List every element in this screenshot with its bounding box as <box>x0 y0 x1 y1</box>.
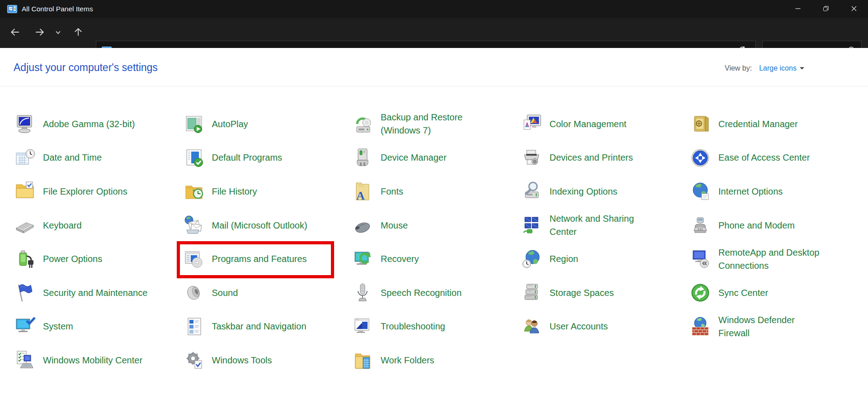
item-label: Keyboard <box>43 219 82 232</box>
control-panel-item[interactable]: Keyboard <box>14 209 183 243</box>
control-panel-item[interactable]: System <box>14 310 183 344</box>
control-panel-item[interactable]: Troubleshooting <box>352 310 521 344</box>
control-panel-item[interactable]: Date and Time <box>14 141 183 175</box>
credential-manager-icon <box>689 113 711 135</box>
back-button[interactable] <box>6 18 24 48</box>
sync-center-icon <box>689 282 711 304</box>
taskbar-navigation-icon <box>183 316 205 338</box>
control-panel-item[interactable]: Work Folders <box>352 343 521 377</box>
control-panel-item[interactable]: Credential Manager <box>689 107 859 141</box>
title-bar: All Control Panel Items <box>0 0 868 18</box>
troubleshooting-icon <box>352 316 373 338</box>
restore-button[interactable] <box>812 0 840 18</box>
mail-icon <box>183 214 205 236</box>
control-panel-item[interactable]: Sync Center <box>689 276 859 310</box>
caret-down-icon[interactable] <box>800 67 804 70</box>
item-label: File History <box>212 185 257 198</box>
item-label: Windows Mobility Center <box>43 354 142 367</box>
item-label: AutoPlay <box>212 118 248 131</box>
control-panel-item[interactable]: Color Management <box>521 107 690 141</box>
programs-features-icon <box>183 248 205 270</box>
control-panel-item[interactable]: Device Manager <box>352 141 521 175</box>
control-panel-item[interactable]: Storage Spaces <box>521 276 690 310</box>
control-panel-item[interactable]: File Explorer Options <box>14 175 183 209</box>
restore-down-icon <box>823 5 829 13</box>
item-label: Recovery <box>381 253 419 266</box>
item-label: File Explorer Options <box>43 185 127 198</box>
content-area: Adjust your computer's settings View by:… <box>0 48 868 405</box>
item-label: Fonts <box>381 185 403 198</box>
control-panel-item[interactable]: Adobe Gamma (32-bit) <box>14 107 183 141</box>
control-panel-item[interactable]: Taskbar and Navigation <box>183 310 352 344</box>
control-panel-item[interactable]: Ease of Access Center <box>689 141 859 175</box>
control-panel-item[interactable]: Network and Sharing Center <box>521 209 690 243</box>
control-panel-item[interactable]: Indexing Options <box>521 175 690 209</box>
forward-button[interactable] <box>31 18 49 48</box>
control-panel-item[interactable]: Programs and Features <box>183 242 352 276</box>
control-panel-item[interactable]: Default Programs <box>183 141 352 175</box>
control-panel-item[interactable]: Phone and Modem <box>689 209 859 243</box>
color-management-icon <box>521 113 542 135</box>
control-panel-item[interactable]: Mail (Microsoft Outlook) <box>183 209 352 243</box>
item-label: System <box>43 320 73 333</box>
devices-printers-icon <box>521 147 542 169</box>
up-arrow-icon <box>73 27 83 39</box>
security-maintenance-icon <box>14 282 36 304</box>
item-label: Region <box>550 253 578 266</box>
control-panel-item[interactable]: Speech Recognition <box>352 276 521 310</box>
item-label: Ease of Access Center <box>718 151 810 164</box>
control-panel-icon <box>7 5 17 13</box>
control-panel-item[interactable]: AutoPlay <box>183 107 352 141</box>
remoteapp-icon <box>689 248 711 270</box>
control-panel-item[interactable]: Mouse <box>352 209 521 243</box>
up-button[interactable] <box>69 18 87 48</box>
control-panel-item[interactable]: Windows Defender Firewall <box>689 310 859 344</box>
control-panel-item[interactable]: RemoteApp and Desktop Connections <box>689 242 859 276</box>
minimize-button[interactable] <box>784 0 812 18</box>
minimize-icon <box>795 5 801 13</box>
item-label: Date and Time <box>43 151 102 164</box>
item-label: Device Manager <box>381 151 447 164</box>
windows-mobility-center-icon <box>14 349 36 371</box>
chevron-down-icon <box>55 29 61 37</box>
file-history-icon <box>183 181 205 202</box>
file-explorer-options-icon <box>14 181 36 202</box>
item-label: Adobe Gamma (32-bit) <box>43 118 135 131</box>
items-grid: Adobe Gamma (32-bit)AutoPlayBackup and R… <box>14 107 859 377</box>
work-folders-icon <box>352 349 373 371</box>
control-panel-item[interactable]: AFonts <box>352 175 521 209</box>
mouse-icon <box>352 214 373 236</box>
control-panel-item[interactable]: File History <box>183 175 352 209</box>
sound-icon <box>183 282 205 304</box>
recent-locations-button[interactable] <box>51 18 65 48</box>
svg-text:A: A <box>356 189 365 202</box>
forward-arrow-icon <box>35 27 45 39</box>
control-panel-item[interactable]: Windows Tools <box>183 343 352 377</box>
control-panel-item[interactable]: Devices and Printers <box>521 141 690 175</box>
internet-options-icon <box>689 181 711 202</box>
control-panel-item[interactable]: User Accounts <box>521 310 690 344</box>
control-panel-item[interactable]: Recovery <box>352 242 521 276</box>
header-divider <box>0 86 868 86</box>
adobe-gamma-icon <box>14 113 36 135</box>
recovery-icon <box>352 248 373 270</box>
control-panel-item[interactable]: Security and Maintenance <box>14 276 183 310</box>
windows-defender-firewall-icon <box>689 316 711 338</box>
indexing-options-icon <box>521 181 542 202</box>
network-sharing-icon <box>521 214 542 236</box>
control-panel-item[interactable]: Region <box>521 242 690 276</box>
item-label: Credential Manager <box>718 118 798 131</box>
item-label: Indexing Options <box>550 185 618 198</box>
control-panel-item[interactable]: Power Options <box>14 242 183 276</box>
control-panel-item[interactable]: Sound <box>183 276 352 310</box>
control-panel-item[interactable]: Backup and Restore (Windows 7) <box>352 107 521 141</box>
close-button[interactable] <box>840 0 868 18</box>
windows-tools-icon <box>183 349 205 371</box>
view-by-control: View by: Large icons <box>725 64 804 72</box>
item-label: Storage Spaces <box>550 286 614 300</box>
control-panel-item[interactable]: Internet Options <box>689 175 859 209</box>
control-panel-item[interactable]: Windows Mobility Center <box>14 343 183 377</box>
view-by-dropdown[interactable]: Large icons <box>759 64 797 72</box>
item-label: Windows Defender Firewall <box>718 314 795 340</box>
device-manager-icon <box>352 147 373 169</box>
